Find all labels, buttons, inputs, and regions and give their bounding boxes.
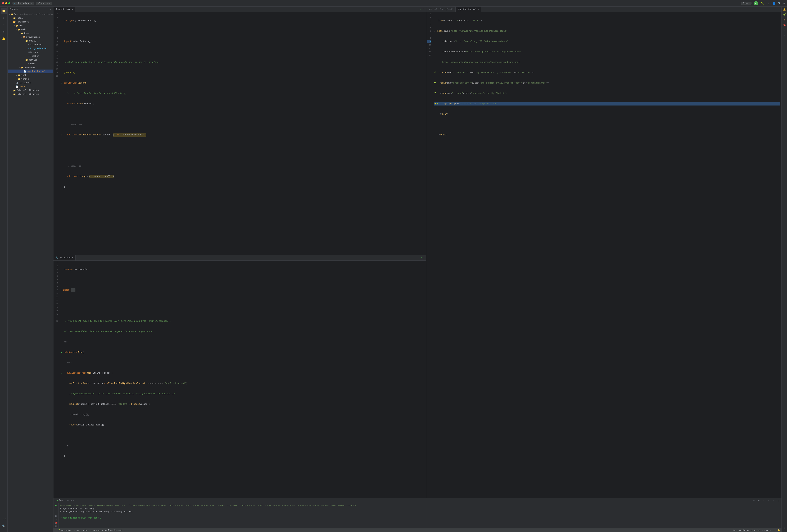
search-everywhere-button[interactable]: 🔍 [1, 523, 7, 529]
tree-item-java[interactable]: ▾ 📂 java [7, 31, 53, 35]
tree-arrow: ▸ [16, 74, 18, 76]
stop-button[interactable]: ◼ [757, 499, 761, 503]
tab-application-xml[interactable]: application.xml ✕ [455, 6, 481, 12]
maven-icon[interactable]: m [782, 18, 787, 22]
right-editor-tabs: pom.xml (SpringTest) application.xml ✕ ⋮ [426, 6, 782, 12]
project-selector[interactable]: ST SpringTest ▼ [13, 2, 34, 5]
more-tabs-icon[interactable]: ⋮ [778, 8, 780, 10]
settings-button[interactable]: ⚙ [771, 499, 775, 503]
tree-item-application-xml[interactable]: ▸ 📄 application.xml [7, 69, 53, 73]
folder-icon: 📂 [13, 21, 16, 23]
tree-item-idea[interactable]: ▸ 📁 .idea [7, 16, 53, 20]
tree-item-springtest-root[interactable]: ▾ 📂 SpringTest ~/Desktop/CS/JavaEE/2 Jav… [7, 13, 53, 16]
close-tab-icon[interactable]: ✕ [73, 500, 74, 502]
tree-item-service[interactable]: ▾ 📁 service [7, 58, 53, 62]
right-icon-bar: 🔔 🌱 m 🔖 ⚠ ≡ ⋮ [782, 6, 787, 532]
scroll-up-button[interactable]: ↑ [762, 499, 766, 503]
xml-line-numbers: 12345 678 9 10111213 [426, 12, 432, 498]
more-right-icon[interactable]: ⋮ [782, 526, 787, 530]
java-class-icon: C [28, 51, 29, 53]
tree-item-entity[interactable]: ▾ 📁 entity [7, 39, 53, 43]
tab-main-java[interactable]: 🔧 Main.java ✕ [54, 255, 76, 261]
code-line [61, 278, 425, 281]
sidebar-options[interactable]: ⚙ [50, 8, 51, 10]
code-line: student.study(); [61, 413, 425, 416]
tab-pom-xml[interactable]: pom.xml (SpringTest) [426, 6, 455, 12]
maximize-button[interactable] [8, 2, 10, 4]
xml-code-editor[interactable]: 12345 678 9 10111213 <?xml version="1.0"… [426, 12, 782, 498]
tree-label: SpringTest [14, 13, 18, 16]
run-config-selector[interactable]: Main ▼ [741, 2, 751, 5]
tree-item-src[interactable]: ▾ 📂 src [7, 24, 53, 28]
vcs-tool-button[interactable]: ↕ [1, 15, 7, 21]
more-button[interactable]: ⋮ [776, 499, 780, 503]
close-tab-icon[interactable]: ✕ [477, 8, 478, 10]
tree-item-springtest[interactable]: ▾ 📂 SpringTest [7, 20, 53, 24]
status-position[interactable]: 9:1 (55 chars) [733, 529, 749, 531]
code-line: ▸ import ... [61, 288, 425, 292]
structure-icon[interactable]: ≡ [782, 33, 787, 38]
status-encoding[interactable]: LF UTF-8 [751, 529, 760, 531]
student-code-editor[interactable]: 12345 678910 11 121314 15 16171819 packa… [54, 12, 426, 255]
close-button[interactable] [2, 2, 4, 4]
filter-icon[interactable]: ⊞ [54, 515, 58, 517]
close-tab-icon[interactable]: ✕ [72, 257, 73, 259]
tree-item-test[interactable]: ▸ 📁 test [7, 73, 53, 77]
up-icon[interactable]: ↑ [54, 508, 58, 511]
pin-icon[interactable]: 📌 [54, 522, 58, 525]
branch-selector[interactable]: ⎇ master ▼ [36, 2, 52, 5]
search-icon[interactable]: 🔍 [778, 2, 781, 5]
notifications-button[interactable]: 🔔 [1, 36, 7, 42]
tree-item-resources[interactable]: ▾ 📂 resources [7, 66, 53, 69]
breadcrumb[interactable]: SpringTest > src > main > resources > ap… [61, 529, 122, 531]
tree-item-pom-xml[interactable]: ▸ 📄 pom.xml [7, 85, 53, 89]
notifications-icon[interactable]: 🔔 [782, 7, 787, 12]
project-tool-button[interactable]: 📁 [1, 8, 7, 14]
tree-item-artteacher[interactable]: ▸ C ArtTeacher [7, 43, 53, 47]
tab-run[interactable]: ▶ Run [55, 498, 64, 503]
tree-item-teacher[interactable]: ▸ I Teacher [7, 54, 53, 58]
maven-tool-button[interactable]: m [1, 29, 7, 35]
scroll-down-button[interactable]: ↓ [767, 499, 770, 503]
tree-item-external-libraries[interactable]: ▸ 📁 External Libraries [7, 89, 53, 92]
structure-tool-button[interactable]: ≡ [1, 22, 7, 28]
folder-icon: 📂 [16, 25, 18, 27]
more-tabs-icon[interactable]: ⋮ [423, 8, 425, 10]
minimize-button[interactable] [5, 2, 7, 4]
tree-arrow: ▾ [8, 13, 11, 15]
down-icon[interactable]: ↓ [54, 511, 58, 514]
tab-main[interactable]: Main ✕ [65, 498, 76, 503]
more-button[interactable]: ⋮ [767, 2, 770, 5]
rerun-button[interactable]: ↺ [752, 499, 756, 503]
wrap-icon[interactable]: ⤢ [54, 518, 58, 521]
run-button[interactable]: ▶ [754, 1, 758, 5]
status-indent[interactable]: 4 spaces [762, 529, 771, 531]
problems-icon[interactable]: ⚠ [782, 28, 787, 32]
tree-item-main[interactable]: ▾ 📂 main [7, 28, 53, 31]
bookmarks-icon[interactable]: 🔖 [782, 23, 787, 27]
tree-arrow: ▾ [20, 36, 23, 38]
tree-label: .idea [17, 17, 23, 19]
tree-item-gitignore[interactable]: ▸ ⎇ .gitignore [7, 81, 53, 85]
bottom-left-toolbar: ▶ ↑ ↓ ⊞ ⤢ 📌 🗑 [54, 503, 59, 528]
run-again-button[interactable]: ▶ [54, 504, 58, 507]
more-tools-button[interactable]: ••• [1, 516, 7, 522]
tree-item-target[interactable]: ▸ 📁 target [7, 77, 53, 81]
close-tab-icon[interactable]: ✕ [71, 8, 73, 10]
tree-item-programteacher[interactable]: ▸ C ProgramTeacher [7, 47, 53, 50]
spring-icon[interactable]: 🌱 [782, 13, 787, 17]
debug-button[interactable]: 🐛 [761, 1, 765, 5]
settings-icon[interactable]: ⚙ [784, 2, 785, 5]
tree-item-main-class[interactable]: ▸ C Main [7, 62, 53, 66]
main-code-editor[interactable]: 12345 678 9 10 11 12131415 161718 [54, 261, 426, 498]
code-line: // ApplicationContext is an interface fo… [61, 392, 425, 396]
tree-item-org-example[interactable]: ▾ 📦 org.example [7, 35, 53, 39]
tree-item-scratches[interactable]: ▸ 📁 External Libraries [7, 92, 53, 96]
trash-icon[interactable]: 🗑 [54, 525, 58, 528]
tree-item-student[interactable]: ▸ C Student [7, 50, 53, 54]
more-tabs-icon[interactable]: ⋮ [423, 257, 425, 259]
tab-student-java[interactable]: Student.java ✕ [54, 6, 75, 12]
tree-label: External Libraries [17, 89, 39, 92]
profile-icon[interactable]: 👤 [772, 2, 776, 5]
sidebar-header: Project ⚙ [7, 6, 53, 12]
